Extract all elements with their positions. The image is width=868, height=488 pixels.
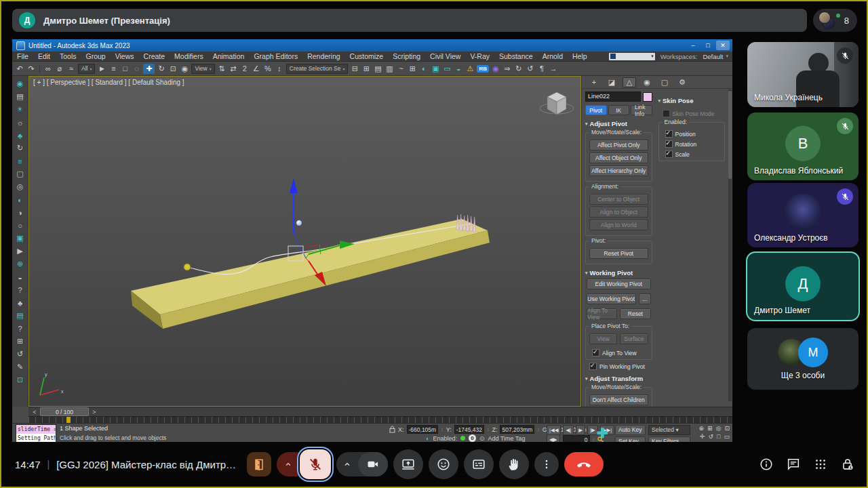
place-pivot-button[interactable]: View bbox=[589, 333, 617, 344]
menu-help[interactable]: Help bbox=[568, 52, 592, 61]
affect-button[interactable]: Affect Hierarchy Only bbox=[589, 165, 648, 176]
angle-snap-icon[interactable]: ∠ bbox=[252, 64, 261, 74]
material-editor-icon[interactable]: ◐ bbox=[419, 64, 429, 74]
scale-tool-icon[interactable]: ⊡ bbox=[168, 64, 178, 74]
video-icon[interactable]: ▶ bbox=[14, 245, 26, 257]
modify-tab[interactable]: ◪ bbox=[605, 77, 618, 87]
camera-icon[interactable]: ◉ bbox=[14, 78, 26, 89]
toolbar-search-dropdown[interactable]: ▾ bbox=[609, 53, 655, 60]
rect-selection-icon[interactable]: □ bbox=[120, 64, 130, 74]
skin-pose-checkbox-scale[interactable]: Scale bbox=[665, 150, 722, 158]
substance-icon[interactable]: ◉ bbox=[491, 64, 500, 74]
mirror-tool-icon[interactable]: ⊟ bbox=[350, 64, 359, 74]
placement-tool-icon[interactable]: ◉ bbox=[180, 64, 189, 74]
rollout-skin-pose[interactable]: Skin Pose bbox=[658, 97, 726, 104]
viewport-nav-icon[interactable]: ⊞ bbox=[707, 425, 713, 432]
auto-key-button[interactable]: Auto Key bbox=[615, 425, 646, 435]
participant-tile[interactable]: MЩе 3 особи bbox=[747, 328, 859, 390]
warning-icon[interactable]: ⚠ bbox=[465, 64, 475, 74]
sphere-icon[interactable]: ◐ bbox=[14, 194, 26, 205]
spinner-snap-icon[interactable]: ↕ bbox=[275, 64, 284, 74]
plug-icon[interactable]: ¶ bbox=[537, 64, 547, 74]
torus-icon[interactable]: ◎ bbox=[14, 181, 26, 192]
help-icon[interactable]: ? bbox=[14, 284, 26, 296]
y-coordinate-field[interactable]: -1745,432 bbox=[454, 425, 484, 434]
playback-button[interactable]: ▶ bbox=[576, 425, 585, 435]
orbit-icon[interactable]: ↺ bbox=[14, 348, 26, 360]
panel-scrollbar[interactable] bbox=[728, 89, 732, 401]
menu-group[interactable]: Group bbox=[81, 52, 111, 61]
reset-working-pivot-button[interactable]: Reset bbox=[620, 308, 650, 319]
align-button[interactable]: Align to World bbox=[589, 220, 648, 230]
select-region-icon[interactable]: ⊡ bbox=[14, 374, 26, 386]
vray-rb-badge[interactable]: RB bbox=[477, 65, 489, 73]
rotate-tool-icon[interactable]: ↻ bbox=[157, 64, 166, 74]
export-icon[interactable]: ⇒ bbox=[502, 64, 512, 74]
z-coordinate-field[interactable]: 507,203mm bbox=[500, 425, 534, 434]
undo-icon[interactable]: ↶ bbox=[15, 64, 24, 74]
bulb-icon[interactable]: ○ bbox=[14, 220, 26, 231]
subtab-link-info[interactable]: Link Info bbox=[631, 105, 652, 115]
percent-snap-icon[interactable]: % bbox=[263, 64, 273, 74]
create-tab[interactable]: + bbox=[587, 77, 601, 87]
menu-scripting[interactable]: Scripting bbox=[388, 52, 425, 61]
add-time-tag[interactable]: Add Time Tag bbox=[488, 435, 526, 442]
mic-muted-button[interactable] bbox=[300, 449, 331, 479]
viewport-nav-icon[interactable]: □ bbox=[717, 433, 720, 440]
menu-edit[interactable]: Edit bbox=[33, 52, 55, 61]
list-icon[interactable]: ≡ bbox=[14, 155, 26, 167]
participant-tile[interactable]: Микола Українець bbox=[747, 42, 859, 107]
bind-spacewarp-icon[interactable]: ≈ bbox=[66, 64, 76, 74]
viewport-nav-icon[interactable]: ✛ bbox=[700, 433, 705, 440]
utilities-tab[interactable]: ⚙ bbox=[675, 77, 689, 87]
mirror-axis-icon[interactable]: ⇄ bbox=[229, 64, 238, 74]
curve-editor-icon[interactable]: ~ bbox=[396, 64, 406, 74]
subtab-pivot[interactable]: Pivot bbox=[585, 105, 607, 115]
hierarchy-tab[interactable]: △ bbox=[623, 77, 636, 87]
forest-icon[interactable]: ♣ bbox=[14, 297, 26, 308]
selection-filter-dropdown[interactable]: All▾ bbox=[78, 64, 95, 74]
paint-icon[interactable]: ◑ bbox=[14, 207, 26, 218]
target-icon[interactable]: ⊕ bbox=[14, 258, 26, 270]
snap-toggle-icon[interactable]: 2 bbox=[240, 64, 250, 74]
menu-rendering[interactable]: Rendering bbox=[302, 52, 344, 61]
object-color-swatch[interactable] bbox=[643, 92, 652, 102]
motion-tab[interactable]: ◉ bbox=[640, 77, 654, 87]
move-tool-icon[interactable]: ✚ bbox=[143, 64, 155, 74]
rollout-working-pivot[interactable]: Working Pivot bbox=[585, 269, 652, 277]
menu-graph-editors[interactable]: Graph Editors bbox=[249, 52, 302, 61]
rollout-adjust-transform[interactable]: Adjust Transform bbox=[585, 375, 652, 382]
display-tab[interactable]: ▢ bbox=[658, 77, 671, 87]
maximize-button[interactable]: □ bbox=[701, 41, 715, 50]
subtab-ik[interactable]: IK bbox=[608, 105, 630, 115]
set-keys-button[interactable]: ✚ bbox=[597, 425, 608, 441]
activities-button[interactable] bbox=[812, 456, 829, 472]
menu-v-ray[interactable]: V-Ray bbox=[465, 52, 494, 61]
next-frame-button[interactable]: > bbox=[91, 409, 98, 415]
room-exit-button[interactable] bbox=[247, 452, 271, 476]
captions-button[interactable] bbox=[464, 449, 494, 479]
spinner-icon[interactable]: ↕ bbox=[593, 437, 595, 442]
dont-affect-children-button[interactable]: Don't Affect Children bbox=[589, 394, 648, 405]
minimize-button[interactable]: – bbox=[686, 41, 700, 50]
window-crossing-icon[interactable]: ◌ bbox=[132, 64, 141, 74]
viewport[interactable]: x y [ + ] [ Perspective ] [ Standard ] [… bbox=[28, 76, 581, 407]
notes-icon[interactable]: ▤ bbox=[14, 310, 26, 321]
brush-icon[interactable]: ✎ bbox=[14, 361, 26, 373]
host-controls-button[interactable] bbox=[840, 456, 856, 472]
ribbon-toggle-icon[interactable]: ▥ bbox=[384, 64, 394, 74]
schematic-view-icon[interactable]: ⊞ bbox=[408, 64, 417, 74]
close-button[interactable]: ✕ bbox=[716, 41, 730, 50]
viewport-nav-icon[interactable]: ⊕ bbox=[699, 425, 705, 432]
use-center-icon[interactable]: ⇅ bbox=[217, 64, 226, 74]
3dsmax-titlebar[interactable]: Untitled - Autodesk 3ds Max 2023 – □ ✕ bbox=[12, 39, 732, 52]
clapper-icon[interactable]: ▤ bbox=[14, 91, 26, 102]
skin-pose-mode-checkbox[interactable]: Skin Pose Mode bbox=[663, 110, 724, 117]
reset-pivot-button[interactable]: Reset Pivot bbox=[589, 248, 648, 259]
menu-civil-view[interactable]: Civil View bbox=[425, 52, 465, 61]
teapot-icon[interactable]: ◒ bbox=[14, 271, 26, 283]
raise-hand-button[interactable] bbox=[499, 449, 529, 479]
meeting-details-button[interactable] bbox=[758, 456, 774, 472]
layer-manager-icon[interactable]: ▤ bbox=[373, 64, 382, 74]
rendered-frame-icon[interactable]: ▭ bbox=[442, 64, 452, 74]
